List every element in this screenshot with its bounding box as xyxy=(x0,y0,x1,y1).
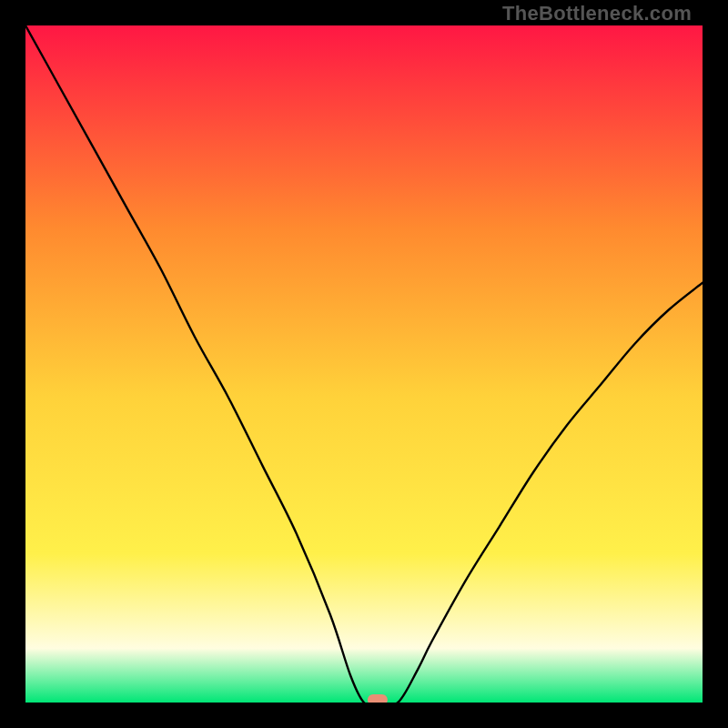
chart-svg xyxy=(25,25,703,703)
chart-frame: TheBottleneck.com xyxy=(0,0,728,728)
plot-area xyxy=(25,25,703,703)
gradient-background xyxy=(25,25,703,703)
minimum-marker xyxy=(368,694,388,703)
watermark-text: TheBottleneck.com xyxy=(502,2,692,25)
